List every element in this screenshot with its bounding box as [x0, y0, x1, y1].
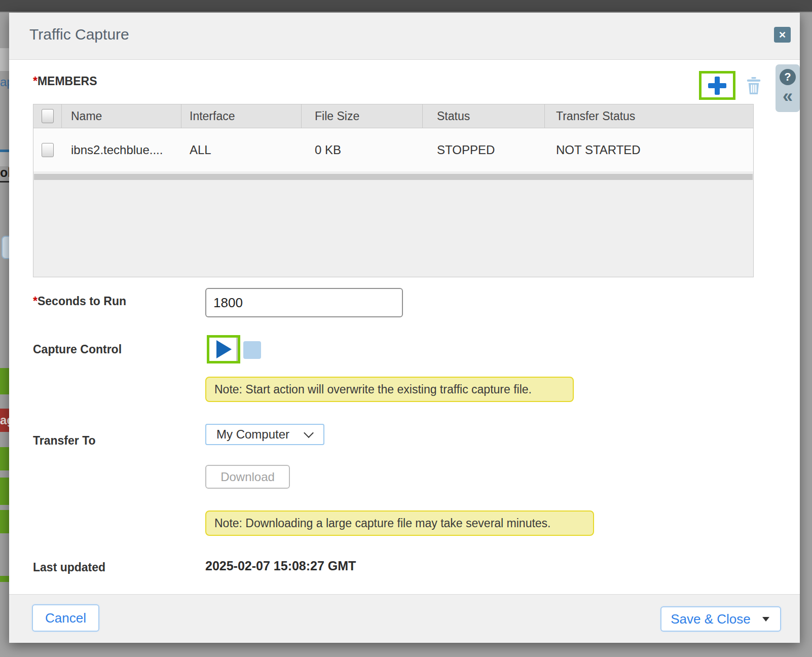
browser-top-bar [0, 0, 812, 13]
members-table: Name Interface File Size Status Transfer… [33, 104, 754, 277]
trash-icon [746, 77, 762, 94]
table-row[interactable]: ibns2.techblue.... ALL 0 KB STOPPED NOT … [33, 128, 753, 171]
row-transfer-status: NOT STARTED [545, 128, 753, 171]
row-file-size: 0 KB [302, 128, 423, 171]
cancel-button[interactable]: Cancel [32, 604, 99, 632]
help-icon[interactable]: ? [780, 69, 796, 85]
members-label: *MEMBERS [33, 75, 97, 88]
start-note: Note: Start action will overwrite the ex… [205, 377, 574, 402]
download-button[interactable]: Download [205, 465, 290, 489]
dialog-title: Traffic Capture [29, 26, 129, 43]
background-status-green [0, 447, 9, 470]
save-close-caret-icon[interactable] [762, 617, 769, 622]
seconds-to-run-input[interactable] [205, 288, 403, 317]
last-updated-value: 2025-02-07 15:08:27 GMT [205, 559, 356, 573]
row-checkbox[interactable] [42, 143, 54, 157]
start-capture-annotation-box [207, 335, 240, 363]
add-member-annotation-box [699, 71, 735, 100]
delete-member-button[interactable] [745, 77, 762, 95]
members-table-header: Name Interface File Size Status Transfer… [33, 104, 753, 128]
row-interface: ALL [181, 128, 302, 171]
row-name: ibns2.techblue.... [62, 128, 181, 171]
transfer-to-label: Transfer To [33, 434, 96, 448]
background-band [0, 152, 9, 166]
collapse-panel-icon[interactable]: « [783, 86, 793, 106]
horizontal-scrollbar[interactable] [34, 174, 753, 180]
column-header-interface[interactable]: Interface [181, 104, 302, 128]
background-status-green [0, 478, 9, 505]
table-empty-area [33, 180, 753, 277]
download-note: Note: Downloading a large capture file m… [205, 510, 594, 536]
column-header-file-size[interactable]: File Size [302, 104, 423, 128]
chevron-down-icon [304, 428, 314, 438]
transfer-to-select[interactable]: My Computer [205, 424, 324, 445]
side-help-tab: ? « [776, 64, 800, 112]
last-updated-label: Last updated [33, 561, 105, 574]
background-band [0, 48, 9, 71]
column-header-name[interactable]: Name [62, 104, 181, 128]
background-status-green [0, 510, 9, 533]
row-checkbox-cell [33, 128, 62, 171]
column-header-transfer-status[interactable]: Transfer Status [545, 104, 753, 128]
seconds-to-run-label: *Seconds to Run [33, 295, 126, 308]
play-icon [216, 340, 232, 358]
capture-control-label: Capture Control [33, 343, 122, 356]
stop-capture-button[interactable] [243, 341, 261, 359]
start-capture-button[interactable] [209, 338, 238, 361]
traffic-capture-dialog: Traffic Capture ✕ *MEMBERS ? « [9, 13, 800, 643]
column-header-status[interactable]: Status [423, 104, 545, 128]
background-status-green [0, 576, 9, 582]
select-all-checkbox[interactable] [42, 109, 54, 123]
required-asterisk: * [33, 75, 38, 88]
close-glyph: ✕ [779, 29, 786, 41]
required-asterisk: * [33, 295, 38, 308]
plus-icon [707, 75, 728, 96]
background-status-green [0, 368, 9, 394]
transfer-to-value: My Computer [206, 427, 305, 442]
background-status-red-badge: ag [0, 409, 9, 432]
close-icon[interactable]: ✕ [774, 27, 791, 43]
add-member-button[interactable] [702, 74, 733, 97]
row-status: STOPPED [423, 128, 545, 171]
select-all-cell [33, 104, 62, 128]
